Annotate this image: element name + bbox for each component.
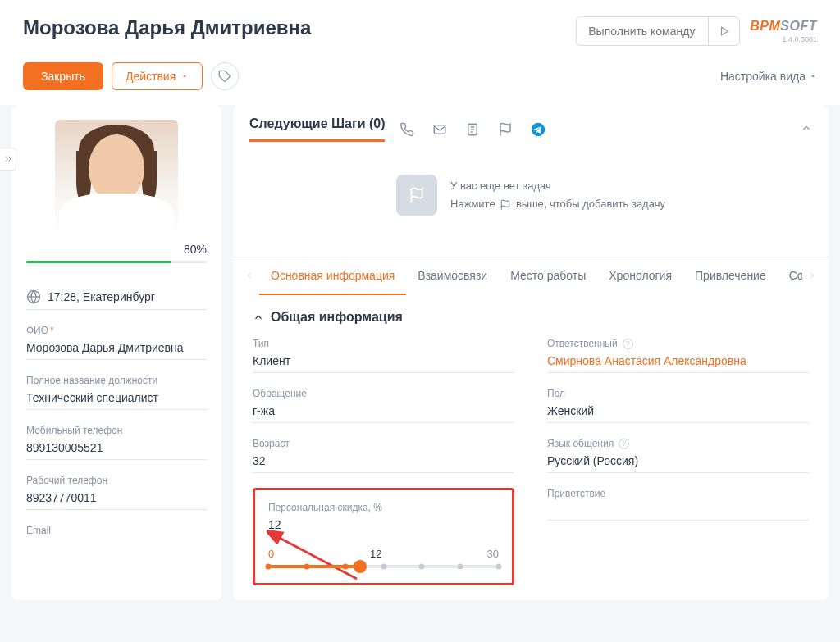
chevron-down-icon bbox=[809, 72, 817, 80]
empty-line2a: Нажмите bbox=[450, 198, 495, 210]
left-col: Тип Клиент Обращение г-жа Возраст 32 Пер… bbox=[253, 338, 514, 585]
jobtitle-field: Полное название должности Технический сп… bbox=[26, 375, 207, 410]
right-col: Ответственный? Смирнова Анастасия Алекса… bbox=[547, 338, 809, 585]
time-city-value: 17:28, Екатеринбург bbox=[48, 290, 155, 303]
age-label: Возраст bbox=[253, 438, 514, 449]
type-field: Тип Клиент bbox=[253, 338, 514, 373]
action-left: Закрыть Действия bbox=[23, 62, 239, 90]
info-icon[interactable]: ? bbox=[619, 439, 629, 449]
close-button[interactable]: Закрыть bbox=[23, 62, 103, 90]
top-right: BPMSOFT 1.4.0.3081 bbox=[576, 16, 817, 46]
flag-icon[interactable] bbox=[498, 122, 513, 137]
version: 1.4.0.3081 bbox=[750, 35, 817, 43]
document-icon[interactable] bbox=[465, 122, 480, 137]
type-label: Тип bbox=[253, 338, 514, 349]
greeting-field: Приветствие bbox=[547, 488, 809, 521]
owner-value[interactable]: Смирнова Анастасия Александровна bbox=[547, 354, 809, 373]
collapse-button[interactable] bbox=[801, 122, 812, 137]
tag-icon bbox=[218, 70, 231, 83]
lang-field: Язык общения? Русский (Россия) bbox=[547, 438, 809, 473]
mail-icon[interactable] bbox=[432, 122, 447, 137]
actions-label: Действия bbox=[126, 70, 176, 83]
empty-line1: У вас еще нет задач bbox=[450, 177, 665, 195]
mobile-value[interactable]: 899130005521 bbox=[26, 441, 207, 460]
progress-percent: 80% bbox=[26, 243, 207, 256]
tab-next-button[interactable] bbox=[802, 259, 822, 294]
work-label: Рабочий телефон bbox=[26, 475, 207, 486]
command-play-button[interactable] bbox=[708, 16, 739, 46]
slider-current: 12 bbox=[370, 548, 381, 560]
discount-value[interactable]: 12 bbox=[268, 518, 499, 536]
discount-slider[interactable]: 0 12 30 bbox=[268, 548, 499, 568]
email-label: Email bbox=[26, 525, 207, 536]
slider-handle[interactable] bbox=[354, 560, 367, 573]
action-bar: Закрыть Действия Настройка вида bbox=[0, 56, 840, 105]
tab-general[interactable]: Основная информация bbox=[259, 257, 406, 295]
work-field: Рабочий телефон 89237770011 bbox=[26, 475, 207, 510]
gender-label: Пол bbox=[547, 388, 809, 399]
info-icon[interactable]: ? bbox=[623, 339, 633, 349]
telegram-icon[interactable] bbox=[531, 122, 546, 137]
tab-siteevents[interactable]: События сайта bbox=[778, 257, 802, 295]
tab-timeline[interactable]: Хронология bbox=[597, 257, 683, 295]
fio-label: ФИО bbox=[26, 325, 48, 336]
progress-bar bbox=[26, 261, 207, 263]
type-value[interactable]: Клиент bbox=[253, 354, 514, 373]
main-panel: Следующие Шаги (0) У вас еще нет задач bbox=[233, 105, 829, 600]
fio-value[interactable]: Морозова Дарья Дмитриевна bbox=[26, 341, 207, 360]
tab-relations[interactable]: Взаимосвязи bbox=[406, 257, 499, 295]
globe-icon bbox=[26, 289, 41, 304]
owner-label: Ответственный bbox=[547, 338, 618, 349]
command-box bbox=[576, 16, 740, 46]
flag-inline-icon bbox=[500, 199, 511, 211]
age-value[interactable]: 32 bbox=[253, 454, 514, 473]
gender-field: Пол Женский bbox=[547, 388, 809, 423]
greeting-value[interactable] bbox=[547, 504, 809, 521]
tab-workplace[interactable]: Место работы bbox=[499, 257, 597, 295]
tab-engagement[interactable]: Привлечение bbox=[683, 257, 778, 295]
owner-field: Ответственный? Смирнова Анастасия Алекса… bbox=[547, 338, 809, 373]
lang-value[interactable]: Русский (Россия) bbox=[547, 454, 809, 473]
work-value[interactable]: 89237770011 bbox=[26, 491, 207, 510]
gender-value[interactable]: Женский bbox=[547, 404, 809, 423]
steps-title: Следующие Шаги (0) bbox=[249, 116, 385, 142]
empty-state: У вас еще нет задач Нажмите выше, чтобы … bbox=[233, 142, 829, 257]
tab-prev-button[interactable] bbox=[240, 259, 259, 294]
tabs-row: Основная информация Взаимосвязи Место ра… bbox=[233, 257, 829, 295]
salutation-field: Обращение г-жа bbox=[253, 388, 514, 423]
actions-button[interactable]: Действия bbox=[112, 62, 203, 90]
avatar-wrap bbox=[26, 120, 207, 234]
phone-icon[interactable] bbox=[399, 122, 414, 137]
empty-text: У вас еще нет задач Нажмите выше, чтобы … bbox=[450, 177, 665, 213]
avatar[interactable] bbox=[55, 120, 178, 234]
sidebar: 80% 17:28, Екатеринбург ФИО* Морозова Да… bbox=[11, 105, 221, 600]
fio-field: ФИО* Морозова Дарья Дмитриевна bbox=[26, 325, 207, 360]
command-input[interactable] bbox=[577, 25, 708, 38]
expand-panel-button[interactable] bbox=[0, 148, 16, 171]
chevron-down-icon bbox=[180, 72, 189, 80]
salutation-label: Обращение bbox=[253, 388, 514, 399]
svg-marker-0 bbox=[721, 27, 728, 34]
email-field: Email bbox=[26, 525, 207, 536]
content: 80% 17:28, Екатеринбург ФИО* Морозова Да… bbox=[0, 105, 840, 600]
lang-label: Язык общения bbox=[547, 438, 614, 449]
slider-max: 30 bbox=[487, 548, 499, 560]
jobtitle-value[interactable]: Технический специалист bbox=[26, 391, 207, 410]
chevron-up-icon bbox=[253, 312, 264, 323]
view-settings-button[interactable]: Настройка вида bbox=[720, 70, 817, 83]
mobile-field: Мобильный телефон 899130005521 bbox=[26, 425, 207, 460]
top-bar: Морозова Дарья Дмитриевна BPMSOFT 1.4.0.… bbox=[0, 0, 840, 56]
two-col: Тип Клиент Обращение г-жа Возраст 32 Пер… bbox=[253, 338, 809, 585]
tag-button[interactable] bbox=[211, 62, 239, 90]
slider-min: 0 bbox=[268, 548, 274, 560]
salutation-value[interactable]: г-жа bbox=[253, 404, 514, 423]
logo-block: BPMSOFT 1.4.0.3081 bbox=[750, 19, 817, 43]
chevron-right-double-icon bbox=[3, 154, 13, 164]
section-head[interactable]: Общая информация bbox=[253, 310, 809, 325]
greeting-label: Приветствие bbox=[547, 488, 809, 499]
discount-highlight: Персональная скидка, % 12 0 12 30 bbox=[253, 488, 514, 585]
page-title: Морозова Дарья Дмитриевна bbox=[23, 16, 311, 39]
empty-flag-box bbox=[396, 175, 437, 216]
step-icons bbox=[399, 122, 546, 137]
slider-track bbox=[268, 565, 499, 568]
